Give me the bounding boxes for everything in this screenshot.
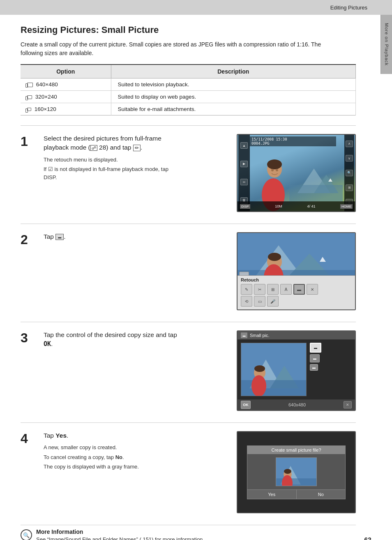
step-4-number: 4 <box>21 432 35 445</box>
grid-menu-icon[interactable]: ⊞ <box>267 284 279 295</box>
more-info-title: More Information <box>36 528 204 535</box>
more-info-content: More Information See “Image/Sound File a… <box>36 528 204 540</box>
undo-icon[interactable]: ⟲ <box>241 296 252 307</box>
svg-point-15 <box>268 253 281 261</box>
size-btn-small[interactable]: ▬ <box>310 364 318 371</box>
step-1-heading: Select the desired pictures from full-fr… <box>44 134 179 152</box>
confirm-dialog: Create small picture file? Yes <box>247 445 346 499</box>
dialog-preview <box>276 457 317 486</box>
options-table: Option Description 640×480 Suited to tel… <box>21 64 356 115</box>
svg-point-3 <box>271 169 274 171</box>
step-4-content: Tap Yes. A new, smaller copy is created.… <box>44 431 228 473</box>
size-display: 640x480 <box>288 402 306 407</box>
down-icon: ∨ <box>346 155 353 162</box>
table-cell-desc-2: Suited to display on web pages. <box>111 91 356 103</box>
step-4-heading: Tap Yes. <box>44 431 179 440</box>
resize-icon[interactable]: ▬ <box>293 284 305 295</box>
option-icon-320 <box>27 95 32 99</box>
step-2-number: 2 <box>21 233 35 246</box>
table-cell-option-2: 320×240 <box>21 91 111 103</box>
svg-point-28 <box>284 469 291 474</box>
camera-icon: ▲ <box>240 142 248 149</box>
background-scene <box>289 160 343 201</box>
sidebar-label: More on Playback <box>384 23 389 66</box>
menu-icons-row-1: ✎ ✂ ⊞ A ▬ ✕ <box>241 284 352 295</box>
counter-label: 4/ 41 <box>307 204 315 208</box>
table-row: 160×120 Suitable for e-mail attachments. <box>21 103 356 115</box>
grid-icon: ⊞ <box>346 185 353 191</box>
screen-info: 15/11/2008 15:300004.JPG <box>250 136 336 146</box>
size-btn-large[interactable]: ▬ <box>310 343 321 353</box>
size-buttons: ▬ ▬ ▬ <box>310 343 321 396</box>
step-4-sub2: To cancel creating a copy, tap No. <box>44 453 179 462</box>
table-cell-desc-1: Suited to television playback. <box>111 78 356 91</box>
screen3-title: Small pic. <box>250 333 270 338</box>
page-header-title: Editing Pictures <box>330 5 367 11</box>
divider <box>21 125 356 126</box>
table-col-option: Option <box>21 65 111 78</box>
step-4: 4 Tap Yes. A new, smaller copy is create… <box>21 431 356 513</box>
svg-rect-7 <box>289 185 343 201</box>
option-icon-160 <box>27 108 31 111</box>
table-row: 640×480 Suited to television playback. <box>21 78 356 91</box>
intro-text: Create a small copy of the current pictu… <box>21 40 341 58</box>
yes-button[interactable]: Yes <box>247 490 297 499</box>
camera-screen-3: ▬ Small pic. <box>237 330 356 411</box>
up-icon: ∧ <box>346 141 353 147</box>
camera-screen-4: Create small picture file? Yes <box>237 431 356 513</box>
menu-icons-row-2: ⟲ ▭ 🎤 <box>241 296 352 307</box>
edit-icon: ✏ <box>240 179 248 185</box>
step-3-heading: Tap the control of the desired copy size… <box>44 330 179 349</box>
dialog-preview-scene <box>276 458 317 486</box>
dialog-buttons: Yes No <box>247 489 345 499</box>
step-2-screen: ✏ Retouch ✎ ✂ ⊞ A ▬ ✕ ⟲ ▭ 🎤 <box>237 232 356 310</box>
option-label-160: 160×120 <box>35 106 56 112</box>
step-4-sub: A new, smaller copy is created. To cance… <box>44 443 179 471</box>
svg-point-1 <box>267 159 282 169</box>
home-label: HOME <box>340 204 353 209</box>
step-3-number: 3 <box>21 331 35 344</box>
more-info-text: See “Image/Sound File and Folder Names” … <box>36 536 204 540</box>
close-menu-icon[interactable]: ✕ <box>307 284 318 295</box>
step-1-sub: The retouch menu is displayed. If ☑ is n… <box>44 156 179 182</box>
camera-screen-1: ▲ ▶ ✏ 🗑 15/11/2008 15:300004.JPG <box>237 134 356 212</box>
table-row: 320×240 Suited to display on web pages. <box>21 91 356 103</box>
step-1: 1 Select the desired pictures from full-… <box>21 134 356 212</box>
screen3-preview <box>241 343 307 396</box>
step-1-content: Select the desired pictures from full-fr… <box>44 134 228 183</box>
ok-button[interactable]: OK <box>241 401 251 409</box>
info-icon: 🔍 <box>21 529 32 540</box>
no-button[interactable]: No <box>297 490 346 499</box>
right-icons-panel: ∧ ∨ 🔍 ⊞ ⌂ <box>344 135 354 211</box>
divider-4 <box>21 422 356 423</box>
screen3-top-bar: ▬ Small pic. <box>238 331 355 339</box>
close-button-screen3[interactable]: ✕ <box>344 401 352 408</box>
more-info-section: 🔍 More Information See “Image/Sound File… <box>21 525 356 540</box>
divider-3 <box>21 322 356 322</box>
pencil-icon[interactable]: ✎ <box>241 284 252 295</box>
divider-2 <box>21 224 356 224</box>
preview-scene <box>241 343 307 396</box>
table-cell-option-3: 160×120 <box>21 103 111 115</box>
camera-screen-2: ✏ Retouch ✎ ✂ ⊞ A ▬ ✕ ⟲ ▭ 🎤 <box>237 232 356 310</box>
text-icon[interactable]: A <box>280 284 292 295</box>
retouch-menu-title: Retouch <box>241 277 352 282</box>
main-content: Resizing Pictures: Small Picture Create … <box>0 15 380 540</box>
play-icon: ▶ <box>240 161 248 167</box>
svg-point-22 <box>254 365 265 372</box>
dialog-title: Create small picture file? <box>247 446 345 454</box>
option-icon-640 <box>27 83 33 87</box>
option-label-320: 320×240 <box>35 94 57 100</box>
frame-icon[interactable]: ▭ <box>254 296 265 307</box>
svg-point-23 <box>251 375 266 396</box>
scissors-icon[interactable]: ✂ <box>254 284 265 295</box>
resolution-label: 10M <box>275 204 282 208</box>
step-3-content: Tap the control of the desired copy size… <box>44 330 228 352</box>
table-cell-desc-3: Suitable for e-mail attachments. <box>111 103 356 115</box>
step-1-screen: ▲ ▶ ✏ 🗑 15/11/2008 15:300004.JPG <box>237 134 356 212</box>
mic-icon[interactable]: 🎤 <box>267 296 279 307</box>
step-2: 2 Tap ▬. ✏ <box>21 232 356 310</box>
step-4-sub1: A new, smaller copy is created. <box>44 443 179 452</box>
size-btn-medium[interactable]: ▬ <box>310 354 320 362</box>
screen3-body: ▬ ▬ ▬ <box>238 339 355 399</box>
